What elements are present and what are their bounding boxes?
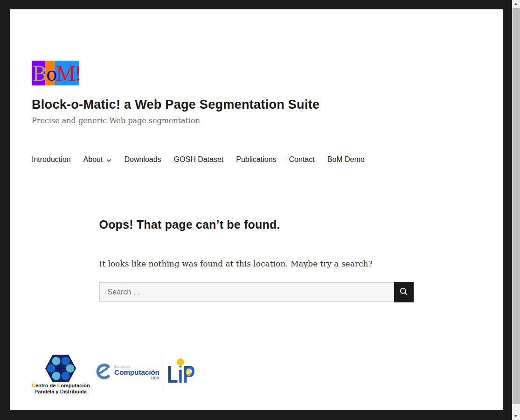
- ucv-escuela-label: Escuela de: [114, 365, 159, 368]
- nav-item-bom-demo[interactable]: BoM Demo: [327, 155, 365, 164]
- nav-item-label: BoM Demo: [327, 155, 365, 164]
- ccpd-line1: Centro de Computación: [32, 383, 90, 389]
- ucv-ucv-label: UCV: [114, 376, 159, 380]
- site-logo[interactable]: BoM!: [32, 61, 79, 85]
- ucv-e-glyph-icon: [94, 363, 112, 382]
- search-input[interactable]: [99, 282, 394, 302]
- ucv-computacion-logo[interactable]: Escuela de Computación UCV: [94, 363, 159, 382]
- site-footer: Centro de Computación Paralela y Distrib…: [10, 355, 503, 395]
- chevron-down-icon: [106, 156, 111, 164]
- svg-text:6: 6: [186, 367, 191, 378]
- ccpd-label: Centro de Computación Paralela y Distrib…: [32, 383, 90, 395]
- lip6-logo[interactable]: LiP 6: [164, 356, 196, 389]
- magnifier-icon: [399, 287, 409, 298]
- site-tagline: Precise and generic Web page segmentatio…: [32, 116, 503, 125]
- logo-text: BoM!: [33, 61, 80, 87]
- nav-item-gosh-dataset[interactable]: GOSH Dataset: [174, 155, 224, 164]
- site-title[interactable]: Block-o-Matic! a Web Page Segmentation S…: [32, 98, 319, 112]
- nav-item-label: About: [83, 155, 103, 164]
- scrollbar-thumb[interactable]: [513, 8, 520, 404]
- scroll-up-arrow[interactable]: [512, 0, 520, 8]
- ccpd-hexagon-icon: [32, 355, 90, 382]
- ucv-text: Escuela de Computación UCV: [114, 365, 159, 380]
- nav-item-publications[interactable]: Publications: [236, 155, 276, 164]
- nav-item-about[interactable]: About: [83, 154, 112, 164]
- search-button[interactable]: [394, 282, 414, 302]
- nav-item-contact[interactable]: Contact: [289, 155, 315, 164]
- scroll-down-arrow[interactable]: [512, 412, 520, 420]
- nav-item-label: Contact: [289, 155, 315, 164]
- lip6-logo-icon: LiP 6: [167, 356, 196, 387]
- site-header: BoM! Block-o-Matic! a Web Page Segmentat…: [10, 61, 503, 164]
- nav-item-downloads[interactable]: Downloads: [124, 155, 161, 164]
- main-content: Oops! That page can’t be found. It looks…: [99, 218, 414, 302]
- nav-item-introduction[interactable]: Introduction: [32, 155, 71, 164]
- logo-letter-b: B: [33, 62, 46, 85]
- nav-item-label: Publications: [236, 155, 276, 164]
- page-title: Oops! That page can’t be found.: [99, 218, 414, 231]
- nav-item-label: Downloads: [124, 155, 161, 164]
- nav-item-label: Introduction: [32, 155, 71, 164]
- scrollbar[interactable]: [512, 0, 520, 420]
- search-form: [99, 282, 414, 302]
- main-nav: Introduction About Downloads GOSH Datase…: [32, 154, 503, 164]
- nav-item-label: GOSH Dataset: [174, 155, 224, 164]
- not-found-message: It looks like nothing was found at this …: [99, 259, 414, 268]
- page: BoM! Block-o-Matic! a Web Page Segmentat…: [10, 9, 503, 410]
- logo-letter-o: o: [46, 62, 56, 85]
- ccpd-logo[interactable]: Centro de Computación Paralela y Distrib…: [32, 355, 90, 395]
- ccpd-line2: Paralela y Distribuida: [32, 389, 90, 395]
- ucv-computacion-label: Computación: [114, 369, 159, 376]
- logo-letter-m: M!: [56, 62, 81, 85]
